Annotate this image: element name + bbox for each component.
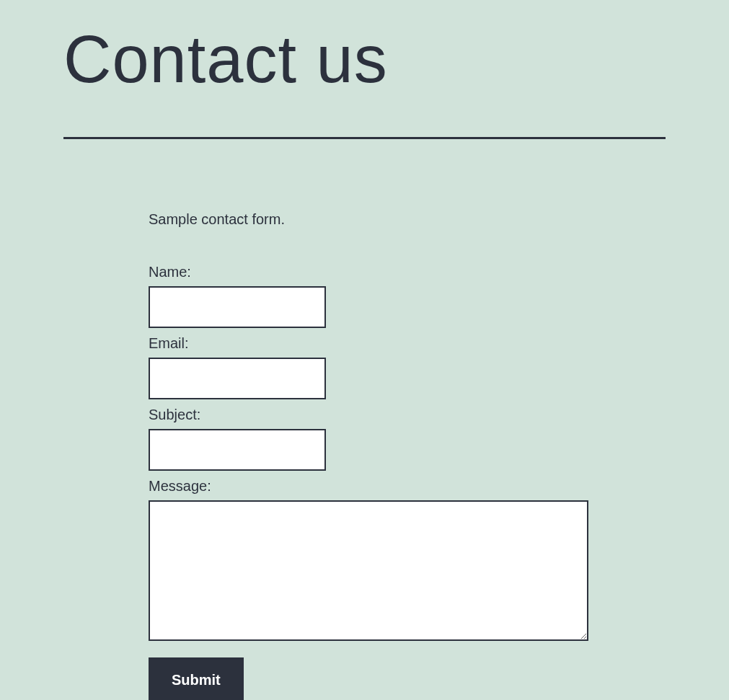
email-label: Email: xyxy=(149,335,588,352)
subject-input[interactable] xyxy=(149,429,326,471)
email-input[interactable] xyxy=(149,358,326,399)
submit-button[interactable]: Submit xyxy=(149,657,244,700)
subject-label: Subject: xyxy=(149,407,588,423)
message-field-group: Message: xyxy=(149,478,588,644)
subject-field-group: Subject: xyxy=(149,407,588,471)
name-field-group: Name: xyxy=(149,264,588,328)
page-title: Contact us xyxy=(63,22,666,97)
message-label: Message: xyxy=(149,478,588,495)
name-input[interactable] xyxy=(149,286,326,328)
message-textarea[interactable] xyxy=(149,500,588,641)
name-label: Name: xyxy=(149,264,588,280)
contact-form: Sample contact form. Name: Email: Subjec… xyxy=(149,211,588,700)
email-field-group: Email: xyxy=(149,335,588,399)
form-intro: Sample contact form. xyxy=(149,211,588,228)
divider xyxy=(63,137,666,139)
